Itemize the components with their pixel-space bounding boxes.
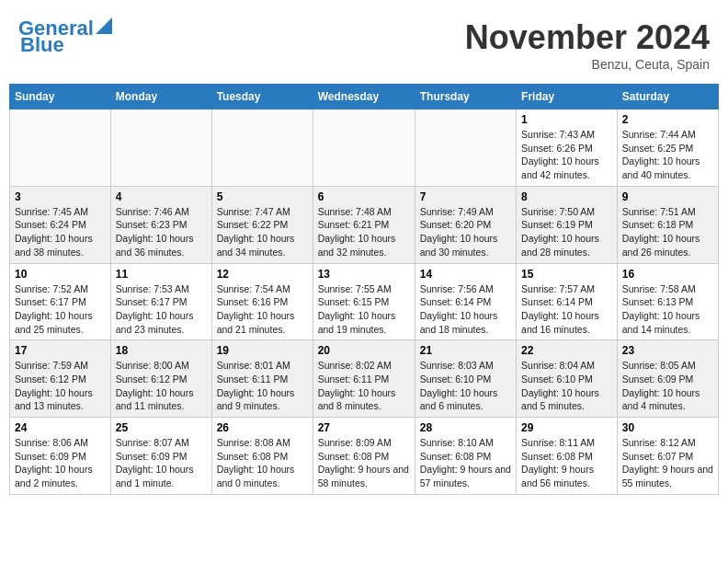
- week-row-1: 1Sunrise: 7:43 AM Sunset: 6:26 PM Daylig…: [10, 109, 719, 187]
- day-info: Sunrise: 8:01 AM Sunset: 6:11 PM Dayligh…: [217, 359, 308, 413]
- day-number: 18: [116, 344, 207, 357]
- logo: General Blue: [18, 18, 114, 55]
- svg-marker-0: [96, 17, 112, 34]
- day-number: 20: [318, 344, 410, 357]
- day-cell: 25Sunrise: 8:07 AM Sunset: 6:09 PM Dayli…: [110, 418, 211, 495]
- day-info: Sunrise: 8:00 AM Sunset: 6:12 PM Dayligh…: [116, 359, 207, 413]
- day-number: 17: [15, 344, 106, 357]
- day-number: 4: [116, 190, 207, 203]
- day-number: 19: [217, 344, 308, 357]
- day-info: Sunrise: 8:04 AM Sunset: 6:10 PM Dayligh…: [521, 359, 612, 413]
- day-number: 13: [318, 268, 410, 281]
- day-cell: 28Sunrise: 8:10 AM Sunset: 6:08 PM Dayli…: [415, 418, 516, 495]
- title-block: November 2024 Benzu, Ceuta, Spain: [465, 18, 710, 72]
- day-number: 27: [318, 421, 410, 434]
- day-cell: 15Sunrise: 7:57 AM Sunset: 6:14 PM Dayli…: [517, 263, 618, 340]
- location: Benzu, Ceuta, Spain: [465, 57, 710, 72]
- day-number: 30: [622, 421, 713, 434]
- day-cell: 21Sunrise: 8:03 AM Sunset: 6:10 PM Dayli…: [415, 340, 516, 418]
- day-cell: [415, 109, 516, 187]
- day-info: Sunrise: 7:49 AM Sunset: 6:20 PM Dayligh…: [420, 205, 511, 259]
- day-cell: 11Sunrise: 7:53 AM Sunset: 6:17 PM Dayli…: [110, 263, 211, 340]
- day-cell: 7Sunrise: 7:49 AM Sunset: 6:20 PM Daylig…: [415, 186, 516, 263]
- page-header: General Blue November 2024 Benzu, Ceuta,…: [9, 9, 719, 76]
- day-cell: [313, 109, 415, 187]
- day-cell: 24Sunrise: 8:06 AM Sunset: 6:09 PM Dayli…: [10, 418, 111, 495]
- day-number: 12: [217, 268, 308, 281]
- week-row-4: 17Sunrise: 7:59 AM Sunset: 6:12 PM Dayli…: [10, 340, 719, 418]
- day-cell: 3Sunrise: 7:45 AM Sunset: 6:24 PM Daylig…: [10, 186, 111, 263]
- day-number: 2: [622, 113, 713, 126]
- day-info: Sunrise: 7:43 AM Sunset: 6:26 PM Dayligh…: [521, 128, 612, 182]
- day-number: 16: [622, 268, 713, 281]
- day-cell: [10, 109, 111, 187]
- day-cell: [211, 109, 313, 187]
- day-number: 11: [116, 268, 207, 281]
- month-title: November 2024: [465, 18, 710, 57]
- day-info: Sunrise: 7:58 AM Sunset: 6:13 PM Dayligh…: [622, 282, 713, 337]
- day-number: 10: [15, 268, 106, 281]
- weekday-header-saturday: Saturday: [617, 85, 718, 109]
- week-row-2: 3Sunrise: 7:45 AM Sunset: 6:24 PM Daylig…: [10, 186, 719, 263]
- day-cell: [110, 109, 211, 187]
- day-cell: 10Sunrise: 7:52 AM Sunset: 6:17 PM Dayli…: [10, 263, 111, 340]
- day-number: 6: [318, 190, 410, 203]
- day-info: Sunrise: 7:55 AM Sunset: 6:15 PM Dayligh…: [318, 282, 410, 337]
- day-cell: 9Sunrise: 7:51 AM Sunset: 6:18 PM Daylig…: [617, 186, 718, 263]
- logo-arrow-icon: [96, 17, 114, 36]
- day-cell: 23Sunrise: 8:05 AM Sunset: 6:09 PM Dayli…: [617, 340, 718, 418]
- weekday-header-friday: Friday: [517, 85, 618, 109]
- day-cell: 18Sunrise: 8:00 AM Sunset: 6:12 PM Dayli…: [110, 340, 211, 418]
- day-info: Sunrise: 7:57 AM Sunset: 6:14 PM Dayligh…: [521, 282, 612, 337]
- day-info: Sunrise: 7:54 AM Sunset: 6:16 PM Dayligh…: [217, 282, 308, 337]
- day-cell: 13Sunrise: 7:55 AM Sunset: 6:15 PM Dayli…: [313, 263, 415, 340]
- day-info: Sunrise: 7:53 AM Sunset: 6:17 PM Dayligh…: [116, 282, 207, 337]
- day-cell: 27Sunrise: 8:09 AM Sunset: 6:08 PM Dayli…: [313, 418, 415, 495]
- day-info: Sunrise: 8:07 AM Sunset: 6:09 PM Dayligh…: [116, 436, 207, 490]
- day-number: 15: [521, 268, 612, 281]
- day-number: 9: [622, 190, 713, 203]
- day-info: Sunrise: 7:52 AM Sunset: 6:17 PM Dayligh…: [15, 282, 106, 337]
- day-cell: 5Sunrise: 7:47 AM Sunset: 6:22 PM Daylig…: [211, 186, 313, 263]
- day-cell: 2Sunrise: 7:44 AM Sunset: 6:25 PM Daylig…: [617, 109, 718, 187]
- day-info: Sunrise: 8:06 AM Sunset: 6:09 PM Dayligh…: [15, 436, 106, 490]
- day-cell: 17Sunrise: 7:59 AM Sunset: 6:12 PM Dayli…: [10, 340, 111, 418]
- day-info: Sunrise: 8:02 AM Sunset: 6:11 PM Dayligh…: [318, 359, 410, 413]
- day-cell: 30Sunrise: 8:12 AM Sunset: 6:07 PM Dayli…: [617, 418, 718, 495]
- day-number: 21: [420, 344, 511, 357]
- day-cell: 1Sunrise: 7:43 AM Sunset: 6:26 PM Daylig…: [517, 109, 618, 187]
- day-info: Sunrise: 7:44 AM Sunset: 6:25 PM Dayligh…: [622, 128, 713, 182]
- day-info: Sunrise: 8:11 AM Sunset: 6:08 PM Dayligh…: [521, 436, 612, 490]
- day-info: Sunrise: 8:08 AM Sunset: 6:08 PM Dayligh…: [217, 436, 308, 490]
- day-cell: 29Sunrise: 8:11 AM Sunset: 6:08 PM Dayli…: [517, 418, 618, 495]
- day-cell: 19Sunrise: 8:01 AM Sunset: 6:11 PM Dayli…: [211, 340, 313, 418]
- day-info: Sunrise: 7:59 AM Sunset: 6:12 PM Dayligh…: [15, 359, 106, 413]
- day-info: Sunrise: 8:10 AM Sunset: 6:08 PM Dayligh…: [420, 436, 511, 490]
- day-info: Sunrise: 7:47 AM Sunset: 6:22 PM Dayligh…: [217, 205, 308, 259]
- weekday-header-row: SundayMondayTuesdayWednesdayThursdayFrid…: [10, 85, 719, 109]
- week-row-3: 10Sunrise: 7:52 AM Sunset: 6:17 PM Dayli…: [10, 263, 719, 340]
- day-number: 8: [521, 190, 612, 203]
- day-info: Sunrise: 7:50 AM Sunset: 6:19 PM Dayligh…: [521, 205, 612, 259]
- weekday-header-sunday: Sunday: [10, 85, 111, 109]
- day-info: Sunrise: 7:45 AM Sunset: 6:24 PM Dayligh…: [15, 205, 106, 259]
- day-info: Sunrise: 7:56 AM Sunset: 6:14 PM Dayligh…: [420, 282, 511, 337]
- weekday-header-wednesday: Wednesday: [313, 85, 415, 109]
- day-info: Sunrise: 7:46 AM Sunset: 6:23 PM Dayligh…: [116, 205, 207, 259]
- day-number: 22: [521, 344, 612, 357]
- weekday-header-monday: Monday: [110, 85, 211, 109]
- day-cell: 4Sunrise: 7:46 AM Sunset: 6:23 PM Daylig…: [110, 186, 211, 263]
- day-info: Sunrise: 8:05 AM Sunset: 6:09 PM Dayligh…: [622, 359, 713, 413]
- day-cell: 16Sunrise: 7:58 AM Sunset: 6:13 PM Dayli…: [617, 263, 718, 340]
- weekday-header-tuesday: Tuesday: [211, 85, 313, 109]
- day-number: 25: [116, 421, 207, 434]
- day-cell: 8Sunrise: 7:50 AM Sunset: 6:19 PM Daylig…: [517, 186, 618, 263]
- day-cell: 6Sunrise: 7:48 AM Sunset: 6:21 PM Daylig…: [313, 186, 415, 263]
- day-number: 7: [420, 190, 511, 203]
- day-number: 14: [420, 268, 511, 281]
- day-info: Sunrise: 8:09 AM Sunset: 6:08 PM Dayligh…: [318, 436, 410, 490]
- day-cell: 20Sunrise: 8:02 AM Sunset: 6:11 PM Dayli…: [313, 340, 415, 418]
- day-info: Sunrise: 7:51 AM Sunset: 6:18 PM Dayligh…: [622, 205, 713, 259]
- day-number: 23: [622, 344, 713, 357]
- day-number: 5: [217, 190, 308, 203]
